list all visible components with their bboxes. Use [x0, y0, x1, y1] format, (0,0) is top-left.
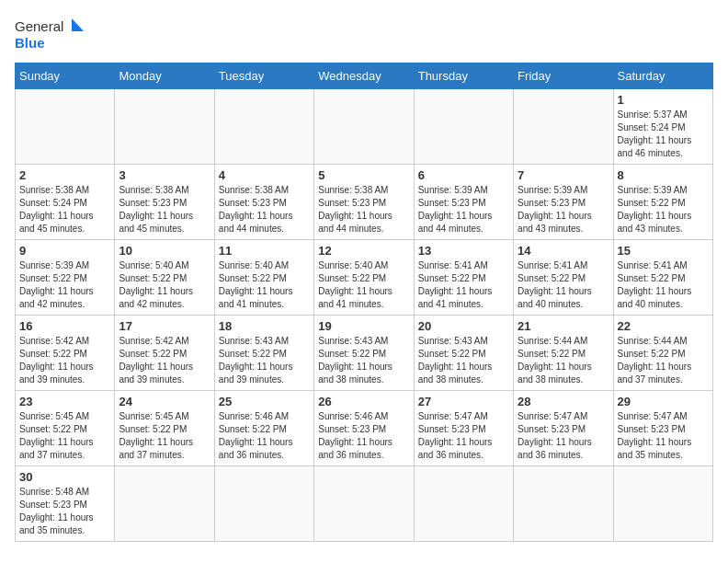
- calendar-cell: 12Sunrise: 5:40 AMSunset: 5:22 PMDayligh…: [314, 240, 414, 316]
- day-info: Sunrise: 5:43 AMSunset: 5:22 PMDaylight:…: [318, 335, 409, 386]
- day-number: 26: [318, 395, 409, 408]
- calendar-cell: [414, 466, 513, 542]
- calendar-cell: [314, 89, 414, 165]
- day-number: 22: [618, 319, 709, 333]
- week-row-3: 9Sunrise: 5:39 AMSunset: 5:22 PMDaylight…: [16, 240, 713, 316]
- calendar-cell: 21Sunrise: 5:44 AMSunset: 5:22 PMDayligh…: [514, 316, 613, 391]
- day-number: 2: [19, 168, 110, 182]
- day-info: Sunrise: 5:43 AMSunset: 5:22 PMDaylight:…: [418, 335, 509, 386]
- day-number: 17: [119, 319, 210, 333]
- day-number: 24: [119, 395, 210, 408]
- svg-text:General: General: [15, 18, 63, 34]
- weekday-header-friday: Friday: [514, 63, 613, 89]
- day-info: Sunrise: 5:41 AMSunset: 5:22 PMDaylight:…: [418, 259, 509, 311]
- day-number: 20: [418, 319, 509, 333]
- calendar-cell: 11Sunrise: 5:40 AMSunset: 5:22 PMDayligh…: [214, 240, 313, 316]
- calendar-cell: 26Sunrise: 5:46 AMSunset: 5:23 PMDayligh…: [314, 391, 414, 466]
- calendar-cell: [16, 89, 115, 165]
- day-number: 12: [318, 244, 409, 258]
- day-info: Sunrise: 5:42 AMSunset: 5:22 PMDaylight:…: [119, 335, 210, 386]
- calendar-cell: [414, 89, 513, 165]
- day-info: Sunrise: 5:41 AMSunset: 5:22 PMDaylight:…: [518, 259, 609, 311]
- day-number: 10: [119, 244, 210, 258]
- calendar-cell: 1Sunrise: 5:37 AMSunset: 5:24 PMDaylight…: [613, 89, 712, 165]
- day-number: 1: [618, 93, 709, 107]
- calendar-cell: 6Sunrise: 5:39 AMSunset: 5:23 PMDaylight…: [414, 165, 513, 240]
- day-info: Sunrise: 5:39 AMSunset: 5:22 PMDaylight:…: [618, 184, 709, 236]
- calendar-cell: 20Sunrise: 5:43 AMSunset: 5:22 PMDayligh…: [414, 316, 513, 391]
- day-info: Sunrise: 5:39 AMSunset: 5:23 PMDaylight:…: [418, 184, 509, 236]
- day-number: 8: [618, 168, 709, 182]
- day-number: 25: [219, 395, 310, 408]
- day-info: Sunrise: 5:46 AMSunset: 5:22 PMDaylight:…: [219, 410, 310, 462]
- day-number: 5: [318, 168, 409, 182]
- day-number: 29: [618, 395, 709, 408]
- day-number: 16: [19, 319, 110, 333]
- calendar-cell: 3Sunrise: 5:38 AMSunset: 5:23 PMDaylight…: [115, 165, 214, 240]
- calendar-cell: 24Sunrise: 5:45 AMSunset: 5:22 PMDayligh…: [115, 391, 214, 466]
- calendar-cell: 19Sunrise: 5:43 AMSunset: 5:22 PMDayligh…: [314, 316, 414, 391]
- calendar-cell: [214, 89, 313, 165]
- calendar-cell: 30Sunrise: 5:48 AMSunset: 5:23 PMDayligh…: [16, 466, 115, 542]
- calendar-cell: [613, 466, 712, 542]
- calendar-cell: 23Sunrise: 5:45 AMSunset: 5:22 PMDayligh…: [16, 391, 115, 466]
- calendar-cell: [115, 466, 214, 542]
- day-info: Sunrise: 5:41 AMSunset: 5:22 PMDaylight:…: [618, 259, 709, 311]
- day-number: 9: [19, 244, 110, 258]
- calendar-cell: 27Sunrise: 5:47 AMSunset: 5:23 PMDayligh…: [414, 391, 513, 466]
- day-number: 21: [518, 319, 609, 333]
- day-number: 14: [518, 244, 609, 258]
- calendar-cell: [214, 466, 313, 542]
- day-info: Sunrise: 5:47 AMSunset: 5:23 PMDaylight:…: [418, 410, 509, 462]
- day-number: 11: [219, 244, 310, 258]
- day-number: 15: [618, 244, 709, 258]
- day-number: 4: [219, 168, 310, 182]
- day-info: Sunrise: 5:40 AMSunset: 5:22 PMDaylight:…: [119, 259, 210, 311]
- day-number: 3: [119, 168, 210, 182]
- week-row-4: 16Sunrise: 5:42 AMSunset: 5:22 PMDayligh…: [16, 316, 713, 391]
- calendar-table: SundayMondayTuesdayWednesdayThursdayFrid…: [15, 63, 713, 542]
- day-number: 13: [418, 244, 509, 258]
- svg-marker-2: [72, 18, 84, 31]
- calendar-cell: 7Sunrise: 5:39 AMSunset: 5:23 PMDaylight…: [514, 165, 613, 240]
- calendar-cell: 16Sunrise: 5:42 AMSunset: 5:22 PMDayligh…: [16, 316, 115, 391]
- day-info: Sunrise: 5:44 AMSunset: 5:22 PMDaylight:…: [618, 335, 709, 386]
- weekday-header-tuesday: Tuesday: [214, 63, 313, 89]
- weekday-header-thursday: Thursday: [414, 63, 513, 89]
- calendar-cell: 4Sunrise: 5:38 AMSunset: 5:23 PMDaylight…: [214, 165, 313, 240]
- day-info: Sunrise: 5:40 AMSunset: 5:22 PMDaylight:…: [219, 259, 310, 311]
- day-info: Sunrise: 5:45 AMSunset: 5:22 PMDaylight:…: [19, 410, 110, 462]
- day-info: Sunrise: 5:38 AMSunset: 5:23 PMDaylight:…: [318, 184, 409, 236]
- week-row-5: 23Sunrise: 5:45 AMSunset: 5:22 PMDayligh…: [16, 391, 713, 466]
- calendar-cell: 13Sunrise: 5:41 AMSunset: 5:22 PMDayligh…: [414, 240, 513, 316]
- calendar-cell: 2Sunrise: 5:38 AMSunset: 5:24 PMDaylight…: [16, 165, 115, 240]
- week-row-1: 1Sunrise: 5:37 AMSunset: 5:24 PMDaylight…: [16, 89, 713, 165]
- day-info: Sunrise: 5:44 AMSunset: 5:22 PMDaylight:…: [518, 335, 609, 386]
- calendar-cell: 25Sunrise: 5:46 AMSunset: 5:22 PMDayligh…: [214, 391, 313, 466]
- day-number: 18: [219, 319, 310, 333]
- day-info: Sunrise: 5:43 AMSunset: 5:22 PMDaylight:…: [219, 335, 310, 386]
- day-info: Sunrise: 5:47 AMSunset: 5:23 PMDaylight:…: [518, 410, 609, 462]
- calendar-cell: 17Sunrise: 5:42 AMSunset: 5:22 PMDayligh…: [115, 316, 214, 391]
- day-number: 7: [518, 168, 609, 182]
- calendar-cell: [514, 466, 613, 542]
- day-number: 6: [418, 168, 509, 182]
- weekday-header-monday: Monday: [115, 63, 214, 89]
- day-info: Sunrise: 5:37 AMSunset: 5:24 PMDaylight:…: [618, 109, 709, 160]
- page-header: GeneralBlue: [15, 15, 713, 55]
- calendar-cell: 15Sunrise: 5:41 AMSunset: 5:22 PMDayligh…: [613, 240, 712, 316]
- calendar-cell: 10Sunrise: 5:40 AMSunset: 5:22 PMDayligh…: [115, 240, 214, 316]
- calendar-cell: 9Sunrise: 5:39 AMSunset: 5:22 PMDaylight…: [16, 240, 115, 316]
- week-row-6: 30Sunrise: 5:48 AMSunset: 5:23 PMDayligh…: [16, 466, 713, 542]
- day-number: 28: [518, 395, 609, 408]
- calendar-cell: 5Sunrise: 5:38 AMSunset: 5:23 PMDaylight…: [314, 165, 414, 240]
- day-number: 23: [19, 395, 110, 408]
- calendar-cell: 29Sunrise: 5:47 AMSunset: 5:23 PMDayligh…: [613, 391, 712, 466]
- day-info: Sunrise: 5:42 AMSunset: 5:22 PMDaylight:…: [19, 335, 110, 386]
- calendar-cell: 8Sunrise: 5:39 AMSunset: 5:22 PMDaylight…: [613, 165, 712, 240]
- calendar-cell: [514, 89, 613, 165]
- calendar-cell: 22Sunrise: 5:44 AMSunset: 5:22 PMDayligh…: [613, 316, 712, 391]
- calendar-cell: 18Sunrise: 5:43 AMSunset: 5:22 PMDayligh…: [214, 316, 313, 391]
- day-info: Sunrise: 5:45 AMSunset: 5:22 PMDaylight:…: [119, 410, 210, 462]
- day-number: 27: [418, 395, 509, 408]
